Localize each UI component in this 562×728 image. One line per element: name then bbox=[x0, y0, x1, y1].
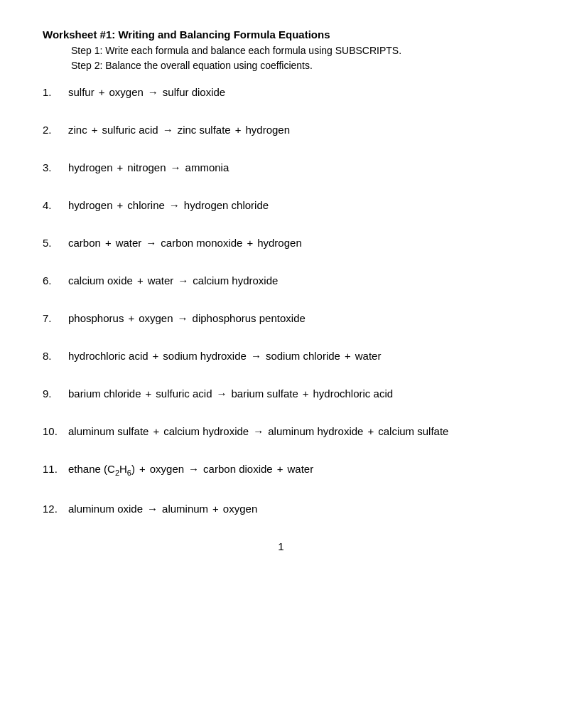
equation-2: zinc + sulfuric acid → zinc sulfate + hy… bbox=[68, 124, 290, 136]
problem-9: 9. barium chloride + sulfuric acid → bar… bbox=[43, 387, 519, 400]
equation-5: carbon + water → carbon monoxide + hydro… bbox=[68, 237, 302, 249]
problem-list: 1. sulfur + oxygen → sulfur dioxide 2. z… bbox=[43, 86, 519, 515]
equation-4: hydrogen + chlorine → hydrogen chloride bbox=[68, 199, 269, 211]
worksheet-header: Worksheet #1: Writing and Balancing Form… bbox=[43, 28, 519, 73]
problem-number-6: 6. bbox=[43, 274, 68, 287]
equation-11: ethane (C2H6) + oxygen → carbon dioxide … bbox=[68, 463, 313, 477]
problem-number-1: 1. bbox=[43, 86, 68, 98]
problem-4: 4. hydrogen + chlorine → hydrogen chlori… bbox=[43, 199, 519, 211]
worksheet-title: Worksheet #1: Writing and Balancing Form… bbox=[43, 28, 519, 41]
page-number: 1 bbox=[43, 540, 519, 552]
step1: Step 1: Write each formula and balance e… bbox=[71, 43, 519, 58]
problem-number-8: 8. bbox=[43, 350, 68, 362]
equation-12: aluminum oxide → aluminum + oxygen bbox=[68, 503, 257, 515]
problem-3: 3. hydrogen + nitrogen → ammonia bbox=[43, 161, 519, 173]
problem-1: 1. sulfur + oxygen → sulfur dioxide bbox=[43, 86, 519, 98]
problem-number-9: 9. bbox=[43, 387, 68, 400]
step2: Step 2: Balance the overall equation usi… bbox=[71, 58, 519, 73]
equation-10: aluminum sulfate + calcium hydroxide → a… bbox=[68, 425, 448, 437]
problem-8: 8. hydrochloric acid + sodium hydroxide … bbox=[43, 350, 519, 362]
problem-2: 2. zinc + sulfuric acid → zinc sulfate +… bbox=[43, 124, 519, 136]
problem-11: 11. ethane (C2H6) + oxygen → carbon diox… bbox=[43, 463, 519, 477]
problem-number-11: 11. bbox=[43, 463, 68, 475]
problem-number-2: 2. bbox=[43, 124, 68, 136]
problem-number-3: 3. bbox=[43, 161, 68, 173]
problem-number-5: 5. bbox=[43, 237, 68, 249]
equation-6: calcium oxide + water → calcium hydroxid… bbox=[68, 274, 278, 287]
equation-9: barium chloride + sulfuric acid → barium… bbox=[68, 387, 393, 400]
equation-8: hydrochloric acid + sodium hydroxide → s… bbox=[68, 350, 381, 362]
problem-10: 10. aluminum sulfate + calcium hydroxide… bbox=[43, 425, 519, 437]
problem-6: 6. calcium oxide + water → calcium hydro… bbox=[43, 274, 519, 287]
equation-3: hydrogen + nitrogen → ammonia bbox=[68, 161, 229, 173]
problem-12: 12. aluminum oxide → aluminum + oxygen bbox=[43, 503, 519, 515]
problem-number-12: 12. bbox=[43, 503, 68, 515]
problem-number-10: 10. bbox=[43, 425, 68, 437]
problem-7: 7. phosphorus + oxygen → diphosphorus pe… bbox=[43, 312, 519, 324]
problem-number-4: 4. bbox=[43, 199, 68, 211]
problem-number-7: 7. bbox=[43, 312, 68, 324]
problem-5: 5. carbon + water → carbon monoxide + hy… bbox=[43, 237, 519, 249]
equation-7: phosphorus + oxygen → diphosphorus pento… bbox=[68, 312, 306, 324]
equation-1: sulfur + oxygen → sulfur dioxide bbox=[68, 86, 225, 98]
